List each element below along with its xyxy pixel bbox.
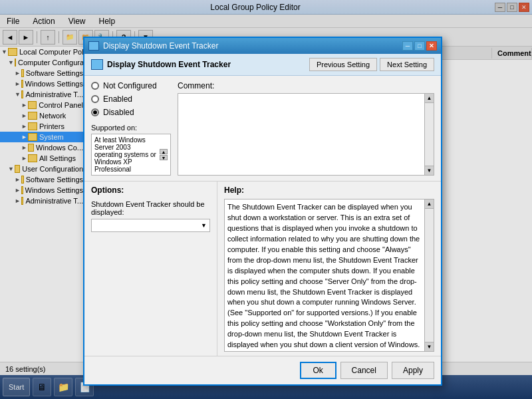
cancel-btn[interactable]: Cancel — [340, 362, 388, 379]
supported-scroll: ▲ ▼ — [160, 149, 168, 160]
dialog-header-title: Display Shutdown Event Tracker — [107, 60, 231, 69]
help-section: Help: The Shutdown Event Tracker can be … — [217, 182, 441, 356]
supported-label: Supported on: — [91, 124, 171, 132]
modal-overlay: Display Shutdown Event Tracker ─ □ ✕ Dis… — [0, 0, 532, 399]
dialog-title-icon — [88, 41, 99, 51]
nav-buttons: Previous Setting Next Setting — [309, 58, 434, 71]
radio-disabled[interactable]: Disabled — [91, 108, 171, 117]
radio-circle-1 — [91, 95, 99, 103]
radio-label-1: Enabled — [103, 94, 132, 104]
dialog-header-left: Display Shutdown Event Tracker — [91, 59, 231, 70]
help-scroll: ▲ ▼ — [424, 200, 434, 351]
comment-box[interactable]: ▲ ▼ — [178, 93, 434, 176]
dialog-title-bar: Display Shutdown Event Tracker ─ □ ✕ — [84, 38, 441, 54]
comment-scroll-track — [425, 103, 434, 166]
dialog-left: Not Configured Enabled Disabled Supporte… — [91, 81, 171, 176]
comment-scroll: ▲ ▼ — [424, 94, 434, 175]
dropdown-value — [94, 221, 96, 229]
dropdown-arrow: ▼ — [201, 222, 207, 229]
dialog: Display Shutdown Event Tracker ─ □ ✕ Dis… — [83, 37, 442, 386]
options-title: Options: — [91, 186, 210, 195]
dialog-body: Not Configured Enabled Disabled Supporte… — [84, 76, 441, 181]
radio-circle-2 — [91, 108, 99, 116]
options-help: Options: Shutdown Event Tracker should b… — [84, 181, 441, 356]
comment-label: Comment: — [178, 81, 434, 90]
apply-btn[interactable]: Apply — [392, 362, 434, 379]
radio-circle-0 — [91, 82, 99, 90]
comment-scroll-up[interactable]: ▲ — [425, 94, 434, 103]
help-scroll-up[interactable]: ▲ — [425, 200, 434, 209]
dialog-footer: Ok Cancel Apply — [84, 356, 441, 384]
scroll-down[interactable]: ▼ — [160, 155, 168, 160]
help-text-box: The Shutdown Event Tracker can be displa… — [224, 199, 434, 352]
radio-label-2: Disabled — [103, 108, 134, 117]
dialog-min-btn[interactable]: ─ — [402, 41, 413, 51]
help-title: Help: — [224, 186, 434, 195]
options-dropdown[interactable]: ▼ — [91, 219, 210, 232]
dialog-header-icon — [91, 59, 103, 70]
dialog-controls: ─ □ ✕ — [402, 41, 437, 51]
prev-setting-btn[interactable]: Previous Setting — [309, 58, 377, 71]
radio-label-0: Not Configured — [103, 81, 157, 90]
dialog-right: Comment: ▲ ▼ — [178, 81, 434, 176]
scroll-up[interactable]: ▲ — [160, 149, 168, 154]
supported-box-inner: At least Windows Server 2003 operating s… — [94, 136, 168, 173]
ok-btn[interactable]: Ok — [300, 362, 336, 379]
radio-not-configured[interactable]: Not Configured — [91, 81, 171, 90]
dialog-header: Display Shutdown Event Tracker Previous … — [84, 54, 441, 76]
dialog-title-left: Display Shutdown Event Tracker — [88, 41, 218, 51]
options-section: Options: Shutdown Event Tracker should b… — [84, 182, 217, 356]
dialog-close-btn[interactable]: ✕ — [426, 41, 437, 51]
comment-scroll-down[interactable]: ▼ — [425, 166, 434, 175]
dialog-max-btn[interactable]: □ — [414, 41, 425, 51]
comment-textarea[interactable] — [181, 96, 420, 172]
next-setting-btn[interactable]: Next Setting — [380, 58, 434, 71]
radio-group: Not Configured Enabled Disabled — [91, 81, 171, 117]
supported-text: At least Windows Server 2003 operating s… — [94, 136, 160, 173]
options-dropdown-label: Shutdown Event Tracker should be display… — [91, 200, 210, 216]
radio-enabled[interactable]: Enabled — [91, 94, 171, 104]
help-text: The Shutdown Event Tracker can be displa… — [227, 202, 420, 352]
help-scroll-down[interactable]: ▼ — [425, 342, 434, 351]
help-scroll-track — [425, 209, 434, 342]
dialog-title-text: Display Shutdown Event Tracker — [103, 41, 218, 51]
supported-box: At least Windows Server 2003 operating s… — [91, 134, 171, 176]
